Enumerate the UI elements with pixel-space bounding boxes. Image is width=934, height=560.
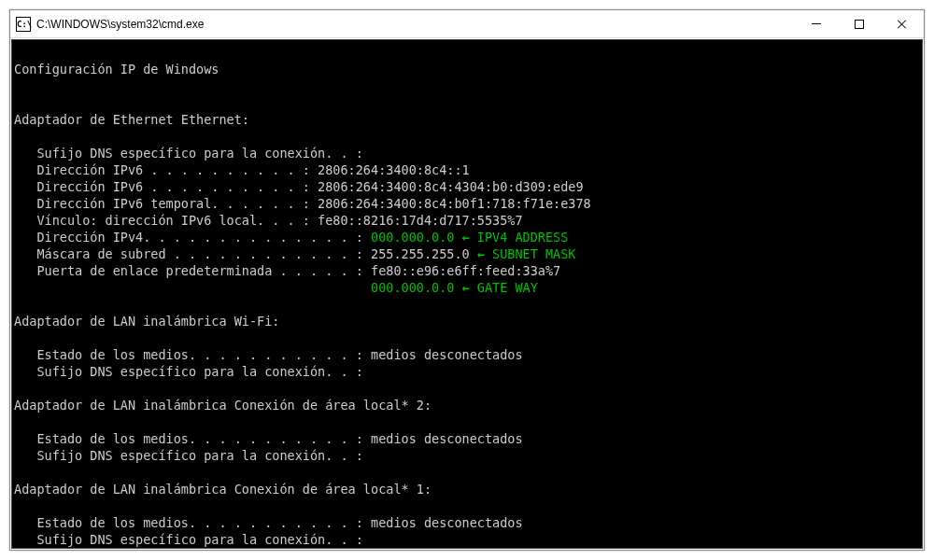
cmd-window: C:\ C:\WINDOWS\system32\cmd.exe Configur… [9, 9, 925, 551]
arrow-icon: ← [454, 230, 476, 245]
eth-subnet-label: Máscara de subred . . . . . . . . . . . … [14, 246, 371, 261]
eth-ipv4-value: 000.000.0.0 [371, 230, 454, 245]
local1-dns-suffix: Sufijo DNS específico para la conexión. … [14, 532, 363, 547]
eth-ipv4-label: Dirección IPv4. . . . . . . . . . . . . … [14, 230, 371, 245]
eth-gateway-label: Puerta de enlace predeterminada . . . . … [14, 263, 560, 278]
cmd-icon: C:\ [16, 17, 31, 32]
ipconfig-header: Configuración IP de Windows [14, 62, 219, 77]
maximize-button[interactable] [838, 10, 881, 38]
arrow-icon: ← [470, 246, 492, 261]
title-bar[interactable]: C:\ C:\WINDOWS\system32\cmd.exe [10, 10, 924, 38]
minimize-button[interactable] [795, 10, 838, 38]
annotation-subnet: SUBNET MASK [492, 246, 575, 261]
eth-gateway-value: 000.000.0.0 [371, 280, 454, 295]
eth-gateway-pad [14, 280, 371, 295]
minimize-icon [812, 23, 821, 24]
window-controls [795, 10, 924, 38]
local2-dns-suffix: Sufijo DNS específico para la conexión. … [14, 448, 363, 463]
wifi-media-state: Estado de los medios. . . . . . . . . . … [14, 347, 523, 362]
eth-subnet-value: 255.255.255.0 [371, 246, 470, 261]
eth-dns-suffix: Sufijo DNS específico para la conexión. … [14, 146, 363, 161]
annotation-ipv4: IPV4 ADDRESS [477, 230, 569, 245]
eth-ipv6-temp: Dirección IPv6 temporal. . . . . . : 280… [14, 196, 591, 211]
console-output[interactable]: Configuración IP de Windows Adaptador de… [11, 39, 923, 549]
eth-link-local: Vínculo: dirección IPv6 local. . . : fe8… [14, 213, 523, 228]
annotation-gateway: GATE WAY [477, 280, 538, 295]
adapter-wifi-header: Adaptador de LAN inalámbrica Wi-Fi: [14, 314, 279, 329]
local2-media-state: Estado de los medios. . . . . . . . . . … [14, 431, 523, 446]
arrow-icon: ← [454, 280, 476, 295]
adapter-ethernet-header: Adaptador de Ethernet Ethernet: [14, 112, 249, 127]
adapter-local2-header: Adaptador de LAN inalámbrica Conexión de… [14, 398, 432, 413]
maximize-icon [855, 20, 864, 29]
wifi-dns-suffix: Sufijo DNS específico para la conexión. … [14, 364, 363, 379]
eth-ipv6-a: Dirección IPv6 . . . . . . . . . . : 280… [14, 162, 470, 177]
local1-media-state: Estado de los medios. . . . . . . . . . … [14, 515, 523, 530]
close-button[interactable] [881, 10, 924, 38]
eth-ipv6-b: Dirección IPv6 . . . . . . . . . . : 280… [14, 179, 584, 194]
close-icon [897, 19, 908, 30]
window-title: C:\WINDOWS\system32\cmd.exe [36, 18, 795, 31]
adapter-local1-header: Adaptador de LAN inalámbrica Conexión de… [14, 482, 432, 497]
